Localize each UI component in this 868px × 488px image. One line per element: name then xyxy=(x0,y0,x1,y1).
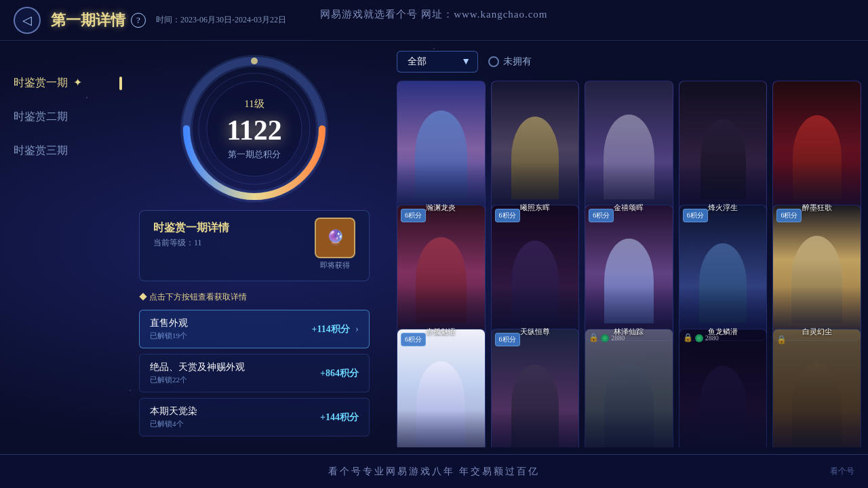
score-row-1[interactable]: 绝品、天赏及神赐外观 已解锁22个 +864积分 xyxy=(139,354,370,392)
cards-grid: 瀚渊龙炎 曦照东晖 金禧颂晖 xyxy=(397,81,861,447)
score-row-0-title: 直售外观 xyxy=(150,317,188,329)
score-row-2[interactable]: 本期天觉染 已解锁4个 +144积分 xyxy=(139,398,370,436)
dropdown-arrow-icon: ▼ xyxy=(461,56,471,67)
card-row1-2[interactable]: 金禧颂晖 xyxy=(585,81,673,217)
score-row-2-left: 本期天觉染 已解锁4个 xyxy=(150,405,197,429)
card-row3-4[interactable]: 🔒 法度禅心 xyxy=(772,329,861,447)
score-row-2-sub: 已解锁4个 xyxy=(150,419,197,429)
card-row3-3[interactable]: 🔒 2880 玉泽凌烟 xyxy=(679,329,768,447)
card-name-7: 林泽仙踪 xyxy=(585,327,673,337)
hint-text: ◆ 点击下方按钮查看获取详情 xyxy=(139,291,370,303)
sidebar: 时鉴赏一期 ✦ 时鉴赏二期 时鉴赏三期 xyxy=(0,41,119,488)
card-badge-9: 6积分 xyxy=(776,209,802,222)
sidebar-label-2: 时鉴赏二期 xyxy=(14,110,68,122)
score-row-1-score: +864积分 xyxy=(320,367,359,380)
filter-bar: 全部 ▼ 未拥有 xyxy=(397,51,861,73)
card-row3-1[interactable]: 6积分 极夜天曦 xyxy=(491,329,580,447)
next-reward-box: 🔮 xyxy=(315,218,355,258)
score-row-0-left: 直售外观 已解锁19个 xyxy=(150,317,188,341)
bottom-bar: 看个号专业网易游戏八年 年交易额过百亿 看个号 xyxy=(0,454,868,488)
radio-circle xyxy=(488,56,499,67)
card-row1-4[interactable]: 醉墨狂歌 xyxy=(772,81,861,217)
sidebar-item-period2[interactable]: 时鉴赏二期 xyxy=(0,102,119,132)
right-panel: 全部 ▼ 未拥有 瀚渊龙炎 xyxy=(390,41,868,454)
card-badge-6: 6积分 xyxy=(495,209,520,222)
card-row1-3[interactable]: 烽火浮生 xyxy=(679,81,768,217)
card-row2-1[interactable]: 6积分 天纵恒尊 xyxy=(491,205,580,341)
card-row2-2[interactable]: 6积分 林泽仙踪 xyxy=(585,205,673,341)
card-gradient-13 xyxy=(679,410,767,447)
card-badge-7: 6积分 xyxy=(589,209,614,222)
card-gradient-12 xyxy=(585,410,673,447)
score-row-1-sub: 已解锁22个 xyxy=(150,375,245,385)
sidebar-item-period3[interactable]: 时鉴赏三期 xyxy=(0,136,119,166)
score-rows: 直售外观 已解锁19个 +114积分 › 绝品、天赏及神赐外观 已解锁22个 +… xyxy=(139,310,370,436)
watermark: 网易游戏就选看个号 网址：www.kangchao.com xyxy=(0,8,868,21)
gauge-center: 11级 1122 第一期总积分 xyxy=(226,98,282,161)
info-card: 时鉴赏一期详情 🔮 即将获得 当前等级：11 xyxy=(139,210,370,281)
next-reward-label: 即将获得 xyxy=(315,260,355,270)
info-card-title: 时鉴赏一期详情 xyxy=(153,222,229,233)
card-row3-2[interactable]: 🔒 2880 兰亭觞咏 xyxy=(585,329,673,447)
gauge-container: 11级 1122 第一期总积分 xyxy=(180,54,329,203)
card-gradient-14 xyxy=(773,410,861,447)
score-row-0-score: +114积分 › xyxy=(312,323,359,336)
filter-dropdown[interactable]: 全部 ▼ xyxy=(397,51,478,73)
svg-point-5 xyxy=(251,58,258,64)
gauge-level: 11级 xyxy=(226,98,282,110)
card-row3-0[interactable]: 6积分 灵鹿苍风 xyxy=(397,329,486,447)
filter-radio-unowned[interactable]: 未拥有 xyxy=(488,56,532,68)
card-gradient-11 xyxy=(492,410,579,447)
card-name-8: 鱼龙鳞潜 xyxy=(679,327,767,337)
score-row-2-score: +144积分 xyxy=(320,411,359,424)
dropdown-value: 全部 xyxy=(408,56,427,68)
score-row-0-sub: 已解锁19个 xyxy=(150,331,188,341)
card-row2-3[interactable]: 6积分 鱼龙鳞潜 xyxy=(679,205,768,341)
card-gradient-10 xyxy=(397,410,485,447)
info-card-header: 时鉴赏一期详情 🔮 即将获得 当前等级：11 xyxy=(153,221,355,249)
left-panel: 11级 1122 第一期总积分 时鉴赏一期详情 🔮 即将获得 当前等级：11 ◆… xyxy=(119,41,390,454)
card-row1-0[interactable]: 瀚渊龙炎 xyxy=(397,81,486,217)
card-row1-1[interactable]: 曦照东晖 xyxy=(491,81,580,217)
score-row-1-left: 绝品、天赏及神赐外观 已解锁22个 xyxy=(150,361,245,385)
card-row2-4[interactable]: 6积分 白灵幻尘 xyxy=(772,205,861,341)
bottom-logo: 看个号 xyxy=(830,466,854,477)
card-badge-10: 6积分 xyxy=(401,333,426,346)
main-content: 11级 1122 第一期总积分 时鉴赏一期详情 🔮 即将获得 当前等级：11 ◆… xyxy=(119,41,868,454)
card-badge-8: 6积分 xyxy=(683,209,708,222)
sidebar-label-3: 时鉴赏三期 xyxy=(14,144,68,156)
radio-label: 未拥有 xyxy=(503,56,532,68)
star-icon: ✦ xyxy=(73,77,82,88)
bottom-text: 看个号专业网易游戏八年 年交易额过百亿 xyxy=(328,466,540,478)
card-badge-5: 6积分 xyxy=(401,209,426,222)
gauge-label: 第一期总积分 xyxy=(226,148,282,161)
sidebar-label-1: 时鉴赏一期 xyxy=(14,77,68,88)
score-row-0[interactable]: 直售外观 已解锁19个 +114积分 › xyxy=(139,310,370,348)
score-row-0-arrow: › xyxy=(355,324,359,334)
card-row2-0[interactable]: 6积分 赤孤魅语 xyxy=(397,205,486,341)
card-name-9: 白灵幻尘 xyxy=(773,327,861,337)
next-reward-icon: 🔮 xyxy=(326,229,344,247)
score-row-2-title: 本期天觉染 xyxy=(150,405,197,418)
sidebar-item-period1[interactable]: 时鉴赏一期 ✦ xyxy=(0,68,119,98)
card-badge-11: 6积分 xyxy=(495,333,520,346)
next-reward-container: 🔮 即将获得 xyxy=(315,218,355,270)
gauge-score: 1122 xyxy=(226,114,282,146)
score-row-1-title: 绝品、天赏及神赐外观 xyxy=(150,361,245,373)
